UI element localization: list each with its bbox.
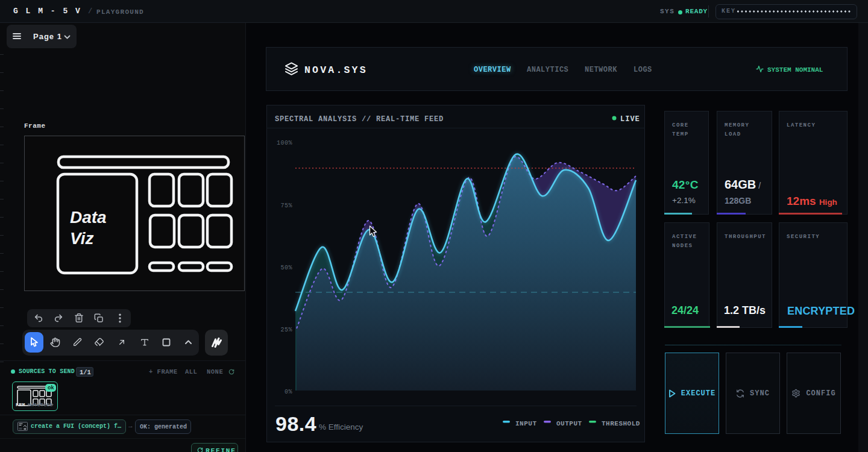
svg-text:25%: 25% [280,327,292,333]
svg-text:75%: 75% [280,202,292,209]
svg-text:INPUT: INPUT [515,420,537,427]
svg-text:0%: 0% [285,389,292,395]
svg-text:Viz: Viz [70,229,93,248]
svg-text:98.4: 98.4 [275,412,316,435]
svg-text:Data: Data [70,208,107,227]
svg-text:LIVE: LIVE [620,115,640,124]
svg-text:THRESHOLD: THRESHOLD [602,420,640,427]
svg-text:OUTPUT: OUTPUT [556,420,582,427]
svg-text:% Efficiency: % Efficiency [319,422,363,432]
svg-text:50%: 50% [280,265,292,271]
svg-text:SPECTRAL ANALYSIS // REAL-TIME: SPECTRAL ANALYSIS // REAL-TIME FEED [275,115,444,124]
svg-text:100%: 100% [277,140,292,146]
